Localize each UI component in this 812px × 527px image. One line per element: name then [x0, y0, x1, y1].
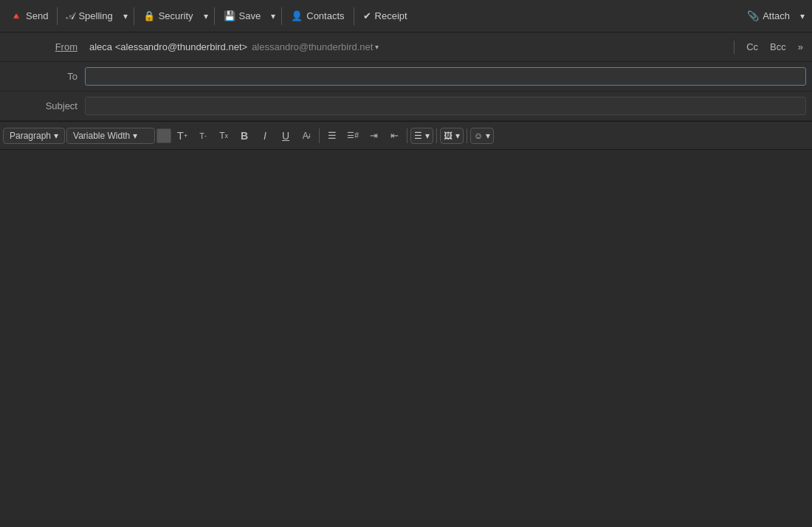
- save-icon: 💾: [224, 10, 235, 21]
- security-dropdown-button[interactable]: ▾: [201, 8, 211, 24]
- indent-icon: ⇥: [370, 130, 378, 141]
- emoji-icon: ☺: [474, 131, 483, 141]
- save-button[interactable]: 💾 Save: [218, 7, 267, 24]
- toolbar-divider-2: [134, 7, 134, 25]
- underline-button[interactable]: U: [276, 126, 295, 145]
- bcc-button[interactable]: Bcc: [767, 40, 789, 54]
- send-label: Send: [26, 10, 48, 21]
- attach-button[interactable]: 📎 Attach: [741, 7, 796, 24]
- image-icon: 🖼: [444, 131, 453, 141]
- fmt-divider-2: [407, 128, 407, 143]
- security-icon: 🔒: [143, 10, 155, 21]
- attach-dropdown-button[interactable]: ▾: [797, 8, 808, 24]
- numbered-list-button[interactable]: ☰#: [343, 126, 362, 145]
- cc-button[interactable]: Cc: [743, 40, 761, 54]
- emoji-select[interactable]: ☺ ▾: [470, 128, 494, 144]
- toolbar-divider-5: [354, 7, 354, 25]
- font-label: Variable Width: [73, 131, 130, 141]
- font-size-decrease-icon: T: [199, 131, 204, 140]
- send-button[interactable]: 🔺 Send: [4, 7, 54, 24]
- to-label: To: [0, 71, 85, 82]
- send-icon: 🔺: [10, 10, 22, 21]
- spelling-label: Spelling: [78, 10, 112, 21]
- save-dropdown-icon: ▾: [271, 11, 275, 21]
- spelling-icon: 𝒜: [66, 10, 75, 22]
- italic-button[interactable]: I: [255, 126, 275, 145]
- toolbar-divider-1: [57, 7, 58, 25]
- subject-input[interactable]: [86, 97, 805, 114]
- image-select[interactable]: 🖼 ▾: [440, 128, 464, 144]
- font-size-increase-button[interactable]: T+: [173, 126, 192, 145]
- subject-field-wrapper[interactable]: [85, 97, 806, 115]
- more-button[interactable]: »: [795, 40, 806, 54]
- to-field-wrapper[interactable]: [85, 67, 806, 86]
- spelling-button[interactable]: 𝒜 Spelling: [61, 7, 118, 25]
- from-row: From aleca <alessandro@thunderbird.net> …: [0, 32, 812, 62]
- compose-area[interactable]: [0, 150, 812, 527]
- font-dropdown-icon: ▾: [133, 131, 137, 141]
- bold-button[interactable]: B: [235, 126, 254, 145]
- font-select[interactable]: Variable Width ▾: [66, 128, 155, 144]
- security-dropdown-icon: ▾: [204, 11, 208, 21]
- indent-button[interactable]: ⇥: [364, 126, 383, 145]
- save-dropdown-button[interactable]: ▾: [268, 8, 278, 24]
- attach-icon: 📎: [747, 10, 759, 21]
- receipt-icon: ✔: [363, 10, 371, 21]
- bold-icon: B: [241, 130, 248, 142]
- fmt-divider-1: [319, 128, 320, 143]
- fmt-divider-4: [467, 128, 467, 143]
- security-label: Security: [159, 10, 193, 21]
- header-area: From aleca <alessandro@thunderbird.net> …: [0, 32, 812, 122]
- spelling-dropdown-icon: ▾: [123, 11, 128, 21]
- outdent-icon: ⇤: [390, 130, 399, 141]
- contacts-label: Contacts: [306, 10, 344, 21]
- receipt-button[interactable]: ✔ Receipt: [357, 7, 413, 24]
- fmt-divider-3: [436, 128, 437, 143]
- outdent-button[interactable]: ⇤: [385, 126, 404, 145]
- from-account-dropdown[interactable]: alessandro@thunderbird.net ▾: [252, 41, 379, 52]
- toolbar-divider-3: [214, 7, 215, 25]
- from-label: From: [0, 41, 85, 52]
- numbered-list-icon: ☰#: [347, 131, 359, 140]
- paragraph-select[interactable]: Paragraph ▾: [3, 128, 65, 144]
- align-dropdown-icon: ▾: [425, 131, 430, 141]
- from-account-email: alessandro@thunderbird.net: [252, 41, 373, 52]
- spelling-dropdown-button[interactable]: ▾: [120, 8, 131, 24]
- align-select[interactable]: ☰ ▾: [410, 128, 433, 144]
- bullet-list-icon: ☰: [328, 130, 337, 141]
- bullet-list-button[interactable]: ☰: [323, 126, 342, 145]
- from-name: aleca <alessandro@thunderbird.net>: [89, 41, 247, 52]
- font-size-reset-icon: T: [219, 131, 224, 141]
- from-actions: Cc Bcc »: [731, 40, 812, 54]
- from-dropdown-arrow-icon: ▾: [375, 43, 379, 51]
- contacts-button[interactable]: 👤 Contacts: [285, 7, 350, 24]
- font-size-increase-icon: T: [177, 129, 184, 142]
- font-size-reset-button[interactable]: Tx: [214, 126, 233, 145]
- attach-label: Attach: [763, 10, 790, 21]
- receipt-label: Receipt: [375, 10, 407, 21]
- save-label: Save: [239, 10, 261, 21]
- to-input[interactable]: [86, 68, 805, 85]
- subject-row: Subject: [0, 92, 812, 121]
- format-toolbar: Paragraph ▾ Variable Width ▾ T+ T- Tx B …: [0, 122, 812, 150]
- security-button[interactable]: 🔒 Security: [137, 7, 199, 24]
- align-icon: ☰: [414, 131, 422, 141]
- font-size-decrease-button[interactable]: T-: [193, 126, 213, 145]
- clear-format-button[interactable]: A/: [297, 126, 316, 145]
- main-toolbar: 🔺 Send 𝒜 Spelling ▾ 🔒 Security ▾ 💾 Save …: [0, 0, 812, 32]
- to-row: To: [0, 62, 812, 92]
- attach-dropdown-icon: ▾: [800, 11, 805, 21]
- font-color-button[interactable]: [156, 128, 171, 143]
- underline-icon: U: [282, 130, 289, 142]
- subject-label: Subject: [0, 100, 85, 111]
- image-dropdown-icon: ▾: [455, 131, 460, 141]
- emoji-dropdown-icon: ▾: [486, 131, 490, 141]
- from-sep: [734, 41, 734, 54]
- toolbar-divider-4: [281, 7, 282, 25]
- paragraph-label: Paragraph: [10, 131, 51, 141]
- from-value: aleca <alessandro@thunderbird.net> aless…: [85, 38, 731, 55]
- contacts-icon: 👤: [291, 10, 303, 21]
- italic-icon: I: [264, 130, 266, 142]
- clear-format-icon: A/: [303, 131, 311, 141]
- paragraph-dropdown-icon: ▾: [54, 131, 58, 141]
